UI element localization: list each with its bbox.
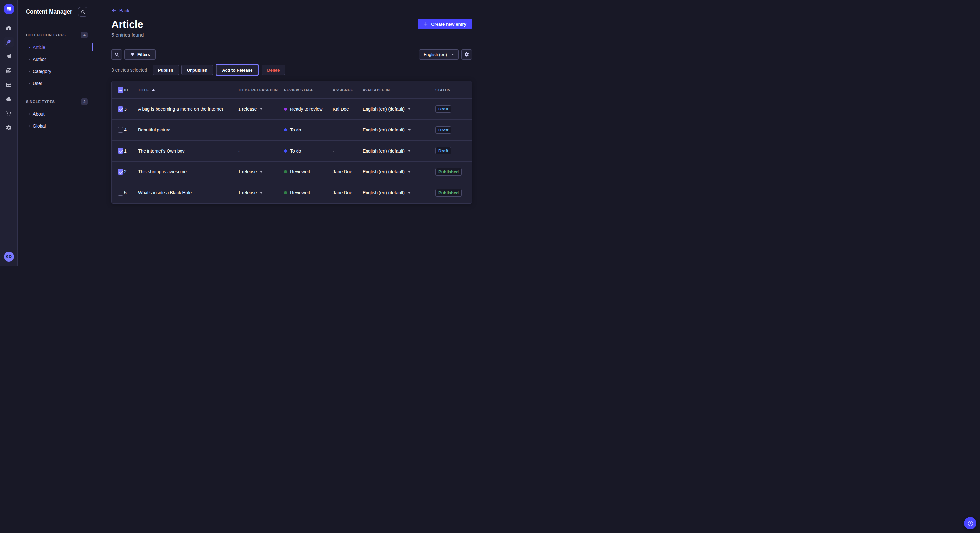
row-checkbox[interactable] (118, 127, 124, 133)
filters-button[interactable]: Filters (124, 49, 156, 60)
column-header-id[interactable]: ID (124, 88, 138, 92)
row-checkbox[interactable] (118, 106, 124, 112)
selection-count: 3 entries selected (111, 67, 147, 73)
unpublish-button[interactable]: Unpublish (181, 65, 213, 75)
chevron-down-icon (408, 171, 410, 173)
release-value: - (238, 127, 240, 132)
home-icon[interactable] (3, 23, 14, 33)
column-header-status: STATUS (435, 88, 471, 92)
strapi-logo-icon (4, 4, 14, 14)
subnav-section: COLLECTION TYPES4ArticleAuthorCategoryUs… (18, 32, 93, 89)
settings-gear-icon[interactable] (3, 122, 14, 133)
row-available-in[interactable]: English (en) (default) (363, 127, 435, 132)
main-content: Back Article 5 entries found Create new … (93, 0, 490, 266)
bullet-icon (29, 47, 30, 48)
bullet-icon (29, 59, 30, 60)
filter-icon (130, 52, 135, 57)
chevron-down-icon (408, 192, 410, 194)
stage-label: Reviewed (290, 190, 310, 195)
row-status: Published (435, 189, 471, 197)
row-available-in[interactable]: English (en) (default) (363, 169, 435, 174)
row-id: 3 (124, 106, 138, 112)
table-row[interactable]: 1The internet's Own boy-To do-English (e… (112, 141, 471, 162)
stage-dot-icon (284, 191, 287, 194)
row-review-stage: To do (284, 127, 333, 132)
sidebar-item-label: Category (33, 69, 51, 74)
delete-button[interactable]: Delete (261, 65, 285, 75)
row-id: 5 (124, 190, 138, 195)
row-checkbox[interactable] (118, 148, 124, 154)
row-available-in[interactable]: English (en) (default) (363, 106, 435, 112)
stage-dot-icon (284, 108, 287, 111)
release-value: 1 release (238, 106, 257, 112)
sidebar-item-global[interactable]: Global (18, 120, 93, 132)
sidebar-item-author[interactable]: Author (18, 53, 93, 65)
add-to-release-button[interactable]: Add to Release (216, 65, 258, 75)
column-header-stage: REVIEW STAGE (284, 88, 333, 92)
deploy-cloud-icon[interactable] (3, 94, 14, 104)
row-select-cell (112, 148, 124, 154)
chevron-down-icon (452, 54, 454, 56)
stage-label: To do (290, 148, 301, 154)
content-manager-icon[interactable] (3, 37, 14, 47)
strapi-logo[interactable] (0, 0, 18, 18)
publish-button[interactable]: Publish (153, 65, 179, 75)
sidebar-item-category[interactable]: Category (18, 65, 93, 77)
table-row[interactable]: 2This shrimp is awesome1 releaseReviewed… (112, 162, 471, 182)
sidebar-item-article[interactable]: Article (18, 41, 93, 53)
bullet-icon (29, 82, 30, 84)
content-type-builder-icon[interactable] (3, 80, 14, 90)
locale-value: English (en) (default) (363, 106, 405, 112)
stage-dot-icon (284, 170, 287, 173)
back-link[interactable]: Back (111, 8, 129, 13)
sort-ascending-icon (152, 89, 154, 90)
marketplace-cart-icon[interactable] (3, 108, 14, 119)
release-value: 1 release (238, 190, 257, 195)
sidebar-item-user[interactable]: User (18, 77, 93, 89)
divider (26, 22, 34, 22)
locale-value: English (en) (default) (363, 127, 405, 132)
row-release[interactable]: 1 release (238, 190, 284, 195)
column-header-release: TO BE RELEASED IN (238, 88, 284, 92)
row-title: A bug is becoming a meme on the internet (138, 106, 238, 112)
bullet-icon (29, 125, 30, 127)
section-label: COLLECTION TYPES (26, 33, 66, 37)
chevron-down-icon (408, 150, 410, 152)
row-status: Published (435, 168, 471, 176)
chevron-down-icon (260, 192, 262, 194)
releases-icon[interactable] (3, 51, 14, 62)
chevron-down-icon (408, 129, 410, 131)
bullet-icon (29, 113, 30, 115)
subnav-search-button[interactable] (78, 7, 88, 16)
create-new-entry-button[interactable]: Create new entry (418, 19, 472, 29)
row-release[interactable]: 1 release (238, 106, 284, 112)
row-review-stage: To do (284, 148, 333, 154)
locale-select[interactable]: English (en) (419, 49, 458, 60)
chevron-down-icon (260, 171, 262, 173)
row-available-in[interactable]: English (en) (default) (363, 148, 435, 154)
user-avatar[interactable]: KD (4, 252, 14, 262)
release-value: - (238, 148, 240, 154)
section-items: AboutGlobal (18, 108, 93, 132)
locale-value: English (en) (default) (363, 169, 405, 174)
row-release[interactable]: 1 release (238, 169, 284, 174)
row-checkbox[interactable] (118, 190, 124, 195)
stage-label: To do (290, 127, 301, 132)
row-available-in[interactable]: English (en) (default) (363, 190, 435, 195)
media-library-icon[interactable] (3, 65, 14, 76)
table-row[interactable]: 3A bug is becoming a meme on the interne… (112, 99, 471, 120)
row-assignee: - (333, 127, 363, 132)
column-header-available: AVAILABLE IN (363, 88, 435, 92)
sidebar-item-label: Article (33, 45, 45, 50)
gear-icon (464, 52, 469, 57)
table-row[interactable]: 4Beautiful picture-To do-English (en) (d… (112, 120, 471, 141)
row-id: 4 (124, 127, 138, 132)
select-all-checkbox[interactable] (118, 87, 124, 93)
table-row[interactable]: 5What's inside a Black Hole1 releaseRevi… (112, 182, 471, 203)
sidebar-item-about[interactable]: About (18, 108, 93, 120)
search-button[interactable] (111, 49, 122, 60)
sidebar-item-label: Author (33, 57, 46, 62)
column-header-title[interactable]: TITLE (138, 88, 238, 92)
row-checkbox[interactable] (118, 169, 124, 174)
view-settings-button[interactable] (461, 49, 472, 60)
